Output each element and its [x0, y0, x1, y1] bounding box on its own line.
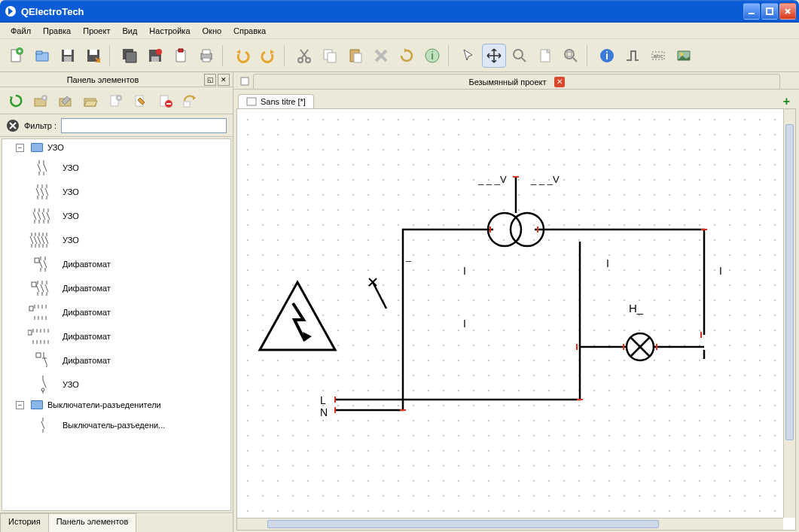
save-button[interactable] [56, 44, 80, 68]
tab-history[interactable]: История [0, 513, 49, 532]
menu-project[interactable]: Проект [77, 25, 116, 37]
zoom-fit-button[interactable] [559, 44, 583, 68]
tree-item[interactable]: УЗО [2, 204, 230, 228]
rotate-button[interactable] [395, 44, 419, 68]
vertical-scrollbar[interactable] [783, 109, 795, 518]
schematic-drawing: L N _ _ _V _ _ _V H_ _ I I I I I [237, 109, 779, 500]
scrollbar-thumb[interactable] [785, 124, 794, 440]
horizontal-scrollbar[interactable] [237, 518, 783, 530]
tree-item[interactable]: Дифавтомат [2, 348, 230, 372]
filter-input[interactable] [61, 118, 227, 133]
open-folder-button[interactable] [79, 90, 102, 112]
tree-item[interactable]: Дифавтомат [2, 276, 230, 300]
project-tab-close-icon[interactable]: ✕ [554, 77, 565, 87]
tree-item[interactable]: Дифавтомат [2, 252, 230, 276]
refresh-button[interactable] [5, 90, 27, 112]
project-tab[interactable]: Безымянный проект ✕ [253, 74, 780, 89]
folder-icon [31, 143, 43, 152]
menu-help[interactable]: Справка [227, 25, 272, 37]
svg-rect-20 [203, 50, 210, 54]
scrollbar-thumb[interactable] [267, 520, 659, 528]
tree-item[interactable]: УЗО [2, 180, 230, 204]
delete-element-button[interactable] [154, 90, 176, 112]
menu-settings[interactable]: Настройка [143, 25, 196, 37]
svg-rect-21 [203, 58, 210, 62]
copy-button[interactable] [318, 44, 342, 68]
import-button[interactable] [178, 90, 201, 112]
panel-toolbar [0, 87, 233, 114]
svg-rect-33 [567, 52, 572, 56]
panel-bottom-tabs: История Панель элементов [0, 512, 233, 532]
clipboard-button[interactable] [169, 44, 193, 68]
tree-item[interactable]: Выключатель-разъедени... [2, 413, 230, 437]
label-I: I [463, 318, 466, 330]
image-button[interactable] [672, 44, 696, 68]
document-tab[interactable]: Sans titre [*] [238, 94, 314, 108]
redo-button[interactable] [256, 44, 280, 68]
move-tool-button[interactable] [482, 44, 506, 68]
edit-folder-button[interactable] [54, 90, 77, 112]
svg-rect-6 [36, 51, 42, 54]
menu-view[interactable]: Вид [116, 25, 143, 37]
save-project-button[interactable] [143, 44, 167, 68]
window-minimize-button[interactable] [743, 3, 760, 20]
tree-item[interactable]: Дифавтомат [2, 324, 230, 348]
panel-title: Панель элементов [3, 75, 203, 84]
filter-row: Фильтр : [0, 114, 233, 137]
info-tool-button[interactable]: i [595, 44, 619, 68]
new-element-button[interactable] [104, 90, 127, 112]
menu-file[interactable]: Файл [5, 25, 37, 37]
label-N: N [320, 406, 328, 418]
tree-item[interactable]: УЗО [2, 228, 230, 252]
schematic-canvas[interactable]: L N _ _ _V _ _ _V H_ _ I I I I I [237, 109, 783, 518]
project-tab-title: Безымянный проект [468, 78, 546, 87]
zoom-button[interactable] [508, 44, 532, 68]
text-box-button[interactable]: abc [646, 44, 670, 68]
diagram-icon [246, 97, 257, 106]
tree-folder[interactable]: − УЗО [2, 139, 230, 156]
page-button[interactable] [533, 44, 557, 68]
wire-tool-button[interactable] [621, 44, 645, 68]
label-L: L [320, 394, 326, 406]
project-icon [239, 76, 250, 87]
label-V2: _ _ _V [530, 174, 560, 185]
edit-element-button[interactable] [129, 90, 151, 112]
svg-text:abc: abc [654, 53, 663, 59]
print-button[interactable] [194, 44, 218, 68]
undo-button[interactable] [230, 44, 255, 68]
element-tree[interactable]: − УЗО УЗО УЗО УЗО УЗО Дифавтомат Дифавто… [2, 138, 231, 511]
new-doc-button[interactable] [5, 44, 29, 68]
filter-label: Фильтр : [24, 121, 56, 130]
add-diagram-button[interactable]: + [783, 95, 794, 108]
svg-rect-27 [354, 53, 361, 62]
svg-rect-57 [241, 78, 249, 85]
new-folder-button[interactable] [29, 90, 52, 112]
expander-icon[interactable]: − [16, 401, 24, 409]
svg-rect-1 [749, 13, 755, 14]
expander-icon[interactable]: − [16, 144, 24, 152]
menu-edit[interactable]: Правка [37, 25, 77, 37]
clear-filter-icon[interactable] [6, 119, 20, 132]
app-icon [5, 5, 17, 17]
save-as-button[interactable] [81, 44, 105, 68]
panel-float-button[interactable]: ◱ [204, 74, 216, 86]
help-button[interactable]: i [420, 44, 444, 68]
tree-item[interactable]: УЗО [2, 156, 230, 180]
tree-item[interactable]: Дифавтомат [2, 300, 230, 324]
window-close-button[interactable] [779, 3, 796, 20]
panel-header: Панель элементов ◱ ✕ [0, 72, 233, 87]
cut-button[interactable] [292, 44, 316, 68]
select-tool-button[interactable] [456, 44, 480, 68]
panel-close-button[interactable]: ✕ [218, 74, 230, 86]
menu-window[interactable]: Окно [197, 25, 228, 37]
delete-button[interactable] [369, 44, 393, 68]
folder-icon [31, 400, 43, 409]
tab-elements[interactable]: Панель элементов [48, 513, 137, 532]
svg-text:i: i [431, 50, 433, 62]
tree-item[interactable]: УЗО [2, 372, 230, 397]
paste-button[interactable] [343, 44, 367, 68]
save-all-button[interactable] [117, 44, 142, 68]
window-maximize-button[interactable] [761, 3, 778, 20]
open-button[interactable] [30, 44, 54, 68]
tree-folder[interactable]: − Выключатели-разъеденители [2, 397, 230, 413]
